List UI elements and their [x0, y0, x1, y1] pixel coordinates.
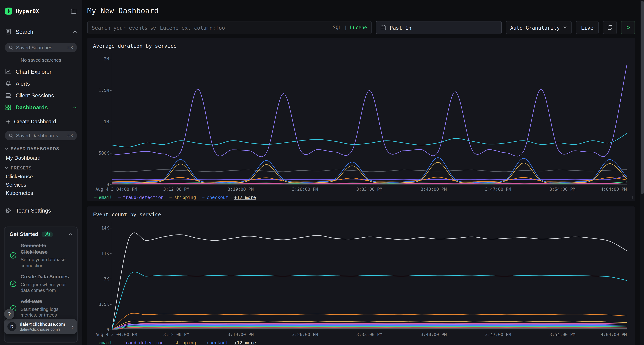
dashboards-grid-icon: [5, 104, 12, 111]
page-scrollbar[interactable]: [640, 0, 644, 345]
svg-text:0: 0: [106, 182, 109, 187]
sidebar-item-client-sessions[interactable]: Client Sessions: [5, 90, 77, 101]
sidebar-item-alerts[interactable]: Alerts: [5, 78, 77, 89]
chart-title: Average duration by service: [93, 43, 629, 52]
sidebar-collapse-icon[interactable]: [70, 8, 77, 14]
legend-more-link[interactable]: +12 more: [234, 340, 256, 345]
language-sql-option[interactable]: SQL: [333, 25, 341, 30]
sidebar-item-chart-explorer[interactable]: Chart Explorer: [5, 66, 77, 77]
dashboard-controls: SQL | Lucene Past 1h Auto Granularity Li…: [87, 21, 635, 34]
event-count-chart[interactable]: 14K11K7K3.5K0Aug 4 3:04:00 PM3:12:00 PM3…: [93, 220, 629, 339]
step-title: Connect to ClickHouse: [20, 243, 72, 256]
query-language-toggle: SQL | Lucene: [333, 25, 367, 30]
sidebar-item-services[interactable]: Services: [5, 181, 77, 188]
svg-text:3:47:00 PM: 3:47:00 PM: [485, 332, 511, 337]
language-lucene-option[interactable]: Lucene: [350, 25, 367, 30]
legend-dash-icon: —: [118, 195, 121, 200]
chevron-up-icon: [73, 106, 77, 109]
legend-more-label[interactable]: +12 more: [234, 195, 256, 200]
onboarding-step[interactable]: Add Data Start sending logs, metrics, or…: [10, 299, 72, 318]
chart-explorer-label: Chart Explorer: [16, 68, 51, 75]
brand-name: HyperDX: [16, 8, 39, 14]
check-circle-icon: [10, 252, 17, 259]
progress-badge: 3/3: [42, 231, 53, 237]
time-range-picker[interactable]: Past 1h: [376, 21, 502, 34]
step-desc: Start sending logs, metrics, or traces: [20, 306, 72, 318]
saved-searches-input[interactable]: ⌘K: [5, 43, 77, 52]
time-range-value: Past 1h: [390, 24, 411, 31]
sidebar-item-kubernetes[interactable]: Kubernetes: [5, 189, 77, 196]
legend-label: checkout: [206, 340, 228, 345]
saved-dashboards-field[interactable]: [16, 133, 64, 138]
sidebar: HyperDX Search ⌘K No saved searches: [0, 0, 82, 345]
legend-label: fraud-detection: [123, 195, 164, 200]
sidebar-item-team-settings[interactable]: Team Settings: [5, 205, 77, 216]
play-icon: [625, 24, 631, 31]
legend-more-label[interactable]: +12 more: [234, 340, 256, 345]
brand-row: HyperDX: [5, 6, 77, 16]
search-icon: [8, 45, 14, 50]
user-menu[interactable]: D dale@clickhouse.com dale@clickhouse.co…: [4, 319, 77, 334]
saved-dashboards-input[interactable]: ⌘K: [5, 131, 77, 140]
svg-text:3:12:00 PM: 3:12:00 PM: [163, 332, 189, 337]
sidebar-item-my-dashboard[interactable]: My Dashboard: [5, 153, 77, 162]
svg-text:3.5K: 3.5K: [98, 302, 109, 307]
gear-icon: [5, 207, 12, 214]
saved-searches-field[interactable]: [16, 45, 64, 50]
granularity-select[interactable]: Auto Granularity: [506, 21, 572, 34]
svg-text:7K: 7K: [104, 277, 109, 282]
svg-text:3:19:00 PM: 3:19:00 PM: [228, 187, 254, 192]
legend-label: shipping: [174, 195, 196, 200]
legend-label: email: [98, 340, 112, 345]
legend-dash-icon: —: [170, 340, 172, 345]
step-desc: Set up your database connection: [20, 257, 72, 269]
legend-dash-icon: —: [202, 195, 204, 200]
saved-dashboards-header[interactable]: SAVED DASHBOARDS: [5, 145, 77, 151]
legend-label: email: [98, 195, 112, 200]
help-button[interactable]: ?: [4, 309, 14, 319]
duration-chart[interactable]: 2M1.5M1M500K0Aug 4 3:04:00 PM3:12:00 PM3…: [93, 52, 629, 194]
live-button[interactable]: Live: [576, 21, 599, 34]
shortcut-hint: ⌘K: [66, 133, 73, 138]
create-dashboard-button[interactable]: Create Dashboard: [5, 117, 77, 127]
svg-text:3:40:00 PM: 3:40:00 PM: [421, 187, 447, 192]
svg-text:1.5M: 1.5M: [98, 88, 109, 93]
presets-header-label: PRESETS: [11, 166, 32, 170]
sidebar-item-dashboards[interactable]: Dashboards: [5, 101, 77, 113]
refresh-icon: [606, 24, 613, 31]
search-section-label: Search: [16, 28, 33, 35]
get-started-header[interactable]: Get Started 3/3: [10, 231, 72, 237]
resize-handle-icon[interactable]: [630, 196, 633, 199]
svg-text:3:12:00 PM: 3:12:00 PM: [163, 187, 189, 192]
chevron-right-icon: ›: [72, 323, 74, 330]
legend-item: —fraud-detection: [118, 340, 164, 345]
event-search-input[interactable]: [92, 24, 330, 31]
presets-header[interactable]: PRESETS: [5, 165, 77, 171]
sidebar-item-search[interactable]: Search: [5, 26, 77, 37]
scrollbar-thumb[interactable]: [641, 1, 644, 194]
svg-text:4:04:00 PM: 4:04:00 PM: [601, 187, 627, 192]
event-search-bar[interactable]: SQL | Lucene: [87, 21, 372, 34]
svg-text:3:26:00 PM: 3:26:00 PM: [292, 332, 318, 337]
svg-text:14K: 14K: [101, 226, 109, 231]
client-sessions-label: Client Sessions: [16, 92, 54, 98]
hyperdx-logo-icon[interactable]: [5, 7, 12, 15]
chart-legend: —email—fraud-detection—shipping—checkout…: [93, 194, 629, 201]
sidebar-item-clickhouse[interactable]: ClickHouse: [5, 173, 77, 180]
svg-text:500K: 500K: [98, 151, 109, 156]
alerts-label: Alerts: [16, 80, 30, 87]
page-title: My New Dashboard: [87, 6, 635, 15]
onboarding-step[interactable]: Create Data Sources Configure where your…: [10, 274, 72, 293]
chevron-down-icon: [563, 26, 567, 29]
dashboards-label: Dashboards: [16, 104, 48, 110]
refresh-button[interactable]: [603, 21, 617, 34]
svg-text:3:33:00 PM: 3:33:00 PM: [356, 187, 382, 192]
create-dashboard-label: Create Dashboard: [14, 119, 56, 125]
svg-text:11K: 11K: [101, 251, 109, 256]
run-query-button[interactable]: [621, 21, 635, 34]
hyperdx-app: HyperDX Search ⌘K No saved searches: [0, 0, 644, 345]
legend-more-link[interactable]: +12 more: [234, 195, 256, 200]
svg-text:Aug 4 3:04:00 PM: Aug 4 3:04:00 PM: [96, 187, 137, 192]
granularity-value: Auto Granularity: [510, 24, 560, 31]
onboarding-step[interactable]: Connect to ClickHouse Set up your databa…: [10, 243, 72, 269]
